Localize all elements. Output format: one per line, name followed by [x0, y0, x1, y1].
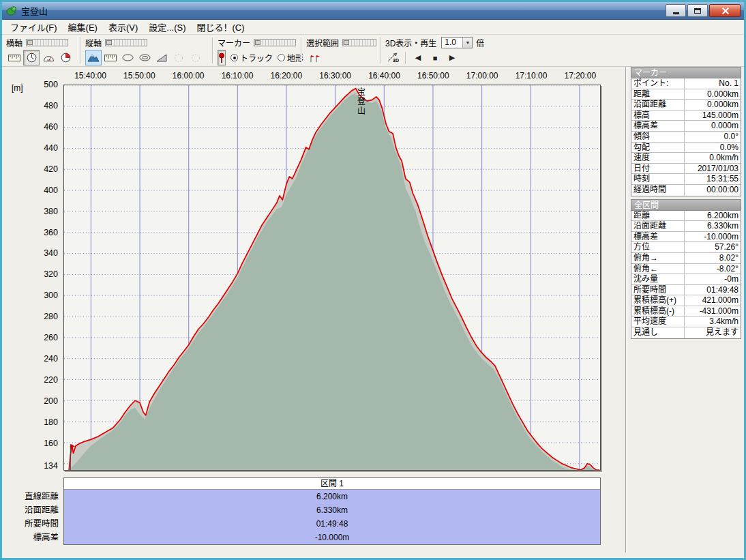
app-icon	[6, 5, 17, 16]
marker-row-value: 0.000km	[685, 100, 741, 110]
marker-table-row: 速度0.0km/h	[631, 153, 741, 164]
vaxis-slope-button[interactable]	[153, 50, 170, 65]
haxis-pace-button[interactable]	[57, 50, 74, 65]
total-row-value: -10.000m	[685, 232, 741, 242]
maximize-button[interactable]	[687, 4, 708, 17]
y-axis-tick-label: 340	[28, 248, 58, 258]
track-radio[interactable]: トラック	[230, 52, 273, 63]
toolbar: 横軸 120 縦軸	[2, 35, 744, 67]
x-axis-tick-label: 16:40:00	[368, 71, 400, 80]
y-axis-tick-label: 260	[28, 333, 58, 342]
x-axis-tick-label: 16:30:00	[319, 71, 351, 80]
marker-slider-thumb[interactable]	[255, 40, 260, 45]
toolbar-separator	[80, 38, 81, 63]
total-row-value: 6.330km	[685, 221, 741, 231]
vaxis-extra1-button[interactable]	[170, 50, 187, 65]
marker-row-value: 145.000m	[685, 110, 741, 121]
panel-divider[interactable]	[625, 67, 627, 552]
total-row-label: 平均速度	[631, 316, 685, 327]
marker-row-label: 沿面距離	[631, 100, 685, 110]
total-row-value: -431.000m	[685, 306, 741, 316]
3d-view-button[interactable]: 3D	[385, 50, 402, 65]
speedometer-icon: 120	[43, 53, 55, 62]
marker-row-label: 日付	[631, 164, 685, 174]
radio-selected-icon	[230, 54, 238, 61]
dashed-circle-icon	[174, 53, 183, 63]
x-axis-tick-label: 17:00:00	[466, 71, 498, 80]
marker-row-label: 速度	[631, 153, 685, 163]
total-row-label: 累積標高(-)	[631, 306, 685, 316]
play-forward-button[interactable]: ▶	[444, 50, 460, 65]
vaxis-slider[interactable]	[105, 39, 147, 46]
marker-table-row: 標高差0.000m	[631, 121, 741, 132]
3d-label: 3D	[393, 58, 399, 63]
y-min-label: 134	[28, 461, 58, 471]
section-values: 6.200km6.330km01:49:48-10.000m	[64, 490, 600, 544]
playback-speed-select[interactable]: 1.0 ▼	[441, 37, 473, 48]
vaxis-contour-button[interactable]	[136, 50, 153, 65]
vaxis-slider-thumb[interactable]	[106, 40, 112, 45]
y-axis-tick-label: 500	[28, 80, 58, 89]
marker-button[interactable]	[218, 50, 226, 65]
combo-dropdown-icon[interactable]: ▼	[462, 38, 472, 48]
section-header: 区間 1	[64, 478, 600, 490]
slope-icon	[156, 54, 167, 62]
title-bar[interactable]: 宝登山	[2, 2, 744, 20]
terrain-radio[interactable]: 地形	[278, 52, 303, 63]
menu-item-view[interactable]: 表示(V)	[103, 19, 143, 35]
y-axis-tick-label: 200	[28, 396, 58, 406]
elevation-plot[interactable]: 宝登山	[63, 85, 601, 471]
radio-icon	[278, 54, 285, 61]
playback-label: 3D表示・再生	[385, 37, 436, 48]
ruler-icon	[8, 55, 20, 61]
marker-row-label: 傾斜	[631, 132, 685, 142]
selection-slider-thumb[interactable]	[344, 40, 349, 45]
haxis-slider-thumb[interactable]	[27, 40, 33, 45]
total-row-label: 俯角←	[631, 264, 685, 274]
marker-pin-icon	[218, 53, 225, 63]
selection-label: 選択範囲	[306, 37, 339, 48]
vaxis-group: 縦軸	[85, 36, 209, 65]
haxis-slider[interactable]	[26, 39, 68, 46]
vaxis-distance-button[interactable]	[102, 50, 119, 65]
selection-slider[interactable]	[342, 39, 376, 46]
stop-button[interactable]: ■	[427, 50, 443, 65]
vaxis-elevation-button[interactable]	[85, 50, 102, 65]
section-row-label: 直線距離	[2, 490, 61, 503]
marker-row-value: 00:00:00	[685, 185, 741, 196]
speedometer-value: 120	[46, 59, 51, 62]
close-button[interactable]	[709, 4, 741, 17]
menu-item-edit[interactable]: 編集(E)	[63, 19, 103, 35]
y-axis-tick-label: 380	[28, 207, 58, 216]
menu-item-close[interactable]: 閉じる！(C)	[191, 19, 250, 35]
section-row-label: 所要時間	[2, 517, 61, 531]
marker-slider[interactable]	[254, 39, 296, 46]
playback-speed-value: 1.0	[442, 38, 462, 47]
marker-table-row: 経過時間00:00:00	[631, 185, 741, 196]
play-backward-button[interactable]: ◀	[410, 50, 426, 65]
total-table-row: 所要時間01:49:48	[631, 285, 741, 296]
total-row-value: 見えます	[685, 327, 741, 338]
total-table-row: 平均速度3.4km/h	[631, 316, 741, 327]
y-axis-tick-label: 400	[28, 186, 58, 195]
x-axis-tick-label: 16:20:00	[270, 71, 302, 80]
total-row-value: 57.26°	[685, 242, 741, 252]
haxis-speed-button[interactable]: 120	[40, 50, 57, 65]
menu-item-settings[interactable]: 設定...(S)	[143, 19, 191, 35]
section-panel: 区間 1 6.200km6.330km01:49:48-10.000m	[63, 477, 601, 545]
vaxis-oval-button[interactable]	[119, 50, 136, 65]
menu-item-file[interactable]: ファイル(F)	[5, 19, 63, 35]
marker-row-label: 距離	[631, 89, 685, 100]
vaxis-extra2-button[interactable]	[188, 50, 204, 65]
marker-row-label: 時刻	[631, 174, 685, 184]
haxis-time-button[interactable]	[23, 50, 40, 65]
y-axis-tick-label: 160	[28, 439, 58, 448]
minimize-button[interactable]	[666, 4, 686, 17]
selection-marker-button[interactable]	[306, 50, 323, 65]
y-axis-tick-label: 460	[28, 122, 58, 132]
track-radio-label: トラック	[240, 52, 273, 63]
chart-region: 15:40:0015:50:0016:00:0016:10:0016:20:00…	[2, 67, 625, 557]
total-table-row: 標高差-10.000m	[631, 232, 741, 243]
selection-group: 選択範囲	[306, 36, 378, 65]
haxis-distance-button[interactable]	[6, 50, 23, 65]
